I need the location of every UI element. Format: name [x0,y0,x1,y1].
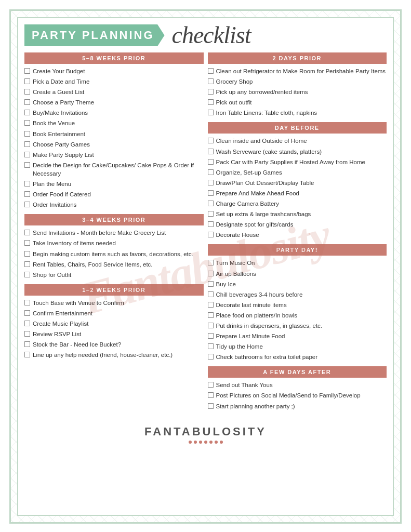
checkbox[interactable] [208,323,214,328]
checkbox[interactable] [208,99,214,105]
checkbox[interactable] [24,78,30,84]
list-item: Review RSVP List [24,330,204,338]
list-item: Choose Party Games [24,140,204,149]
checkbox[interactable] [24,152,30,157]
checkbox[interactable] [24,181,30,187]
checkbox[interactable] [208,343,214,349]
footer-dot [215,441,218,444]
checkbox[interactable] [208,89,214,95]
checkbox[interactable] [208,221,214,227]
checkbox[interactable] [208,138,214,143]
checkbox[interactable] [24,191,30,197]
checkbox[interactable] [208,232,214,237]
section-2-days: 2 DAYS PRIOR Clean out Refrigerator to M… [208,52,387,117]
checkbox[interactable] [208,382,214,388]
checkbox[interactable] [208,180,214,185]
list-item: Put drinks in dispensers, in glasses, et… [208,322,387,330]
list-item: Order Food if Catered [24,190,204,198]
section-day-before: DAY BEFORE Clean inside and Outside of H… [208,122,387,239]
list-item: Turn Music On [208,259,387,267]
checkbox[interactable] [208,260,214,265]
item-text: Make Party Supply List [33,151,94,159]
checkbox[interactable] [24,240,30,246]
checkbox[interactable] [208,201,214,206]
item-text: Check bathrooms for extra toilet paper [216,353,318,361]
checkbox[interactable] [208,169,214,175]
checkbox[interactable] [24,310,30,316]
checkbox[interactable] [24,230,30,235]
checkbox[interactable] [24,321,30,326]
checkbox[interactable] [208,392,214,398]
checkbox[interactable] [24,162,30,168]
item-text: Touch Base with Venue to Confirm [33,299,124,307]
list-item: Book Entertainment [24,130,204,138]
item-text: Prepare And Make Ahead Food [216,189,299,197]
checkbox[interactable] [24,141,30,147]
list-item: Line up any help needed (friend, house-c… [24,351,204,359]
item-text: Grocery Shop [216,77,253,86]
checkbox[interactable] [208,291,214,297]
checkbox[interactable] [208,68,214,74]
list-item: Organize, Set-up Games [208,168,387,177]
checkbox[interactable] [208,271,214,276]
list-item: Place food on platters/In bowls [208,311,387,320]
checkbox[interactable] [24,251,30,257]
checkbox[interactable] [208,302,214,308]
checkbox[interactable] [208,149,214,154]
checkbox[interactable] [24,110,30,115]
section-header-2-days: 2 DAYS PRIOR [208,52,387,64]
item-text: Line up any help needed (friend, house-c… [33,351,173,359]
checkbox[interactable] [208,78,214,84]
item-text: Confirm Entertainment [33,309,92,317]
list-item: Prepare Last Minute Food [208,332,387,340]
header: PARTY PLANNING checklist [24,23,387,47]
checkbox[interactable] [24,68,30,74]
list-item: Post Pictures on Social Media/Send to Fa… [208,391,387,400]
checkbox[interactable] [24,202,30,207]
item-text: Send Invitations - Month before Make Gro… [33,229,166,237]
section-header-after: A FEW DAYS AFTER [208,366,387,378]
list-item: Create Music Playlist [24,320,204,328]
section-header-party-day: PARTY DAY! [208,244,387,256]
item-text: Draw/Plan Out Dessert/Display Table [216,179,314,187]
item-text: Iron Table Linens: Table cloth, napkins [216,109,317,117]
checklist-3-4: Send Invitations - Month before Make Gro… [24,229,204,278]
main-content: 5–8 WEEKS PRIOR Create Your Budget Pick … [24,52,387,416]
checkbox[interactable] [208,333,214,339]
checkbox[interactable] [24,131,30,137]
checkbox[interactable] [208,403,214,409]
section-header-day-before: DAY BEFORE [208,122,387,134]
section-party-day: PARTY DAY! Turn Music On Air up Balloons… [208,244,387,361]
checkbox[interactable] [208,211,214,217]
checkbox[interactable] [208,190,214,196]
list-item: Begin making custom items such as favors… [24,250,204,258]
list-item: Order Invitations [24,201,204,209]
item-text: Put drinks in dispensers, in glasses, et… [216,322,323,330]
item-text: Book the Venue [33,119,75,127]
item-text: Buy/Make Invitations [33,109,88,117]
checkbox[interactable] [24,89,30,95]
checkbox[interactable] [208,354,214,360]
list-item: Prepare And Make Ahead Food [208,189,387,197]
list-item: Air up Balloons [208,270,387,278]
checkbox[interactable] [208,159,214,165]
checkbox[interactable] [24,300,30,305]
item-text: Book Entertainment [33,130,85,138]
page: PARTY PLANNING checklist 5–8 WEEKS PRIOR… [0,0,411,532]
list-item: Stock the Bar - Need Ice Bucket? [24,340,204,349]
item-text: Set up extra & large trashcans/bags [216,210,311,218]
section-after: A FEW DAYS AFTER Send out Thank Yous Pos… [208,366,387,410]
list-item: Buy/Make Invitations [24,109,204,117]
checkbox[interactable] [208,110,214,115]
checkbox[interactable] [24,120,30,126]
checkbox[interactable] [208,312,214,318]
checkbox[interactable] [24,352,30,357]
checkbox[interactable] [208,281,214,287]
item-text: Decide the Design for Cake/Cupcakes/ Cak… [33,161,204,178]
checkbox[interactable] [24,272,30,277]
checkbox[interactable] [24,331,30,337]
checkbox[interactable] [24,261,30,267]
checkbox[interactable] [24,341,30,347]
item-text: Charge Camera Battery [216,200,279,208]
checkbox[interactable] [24,99,30,105]
